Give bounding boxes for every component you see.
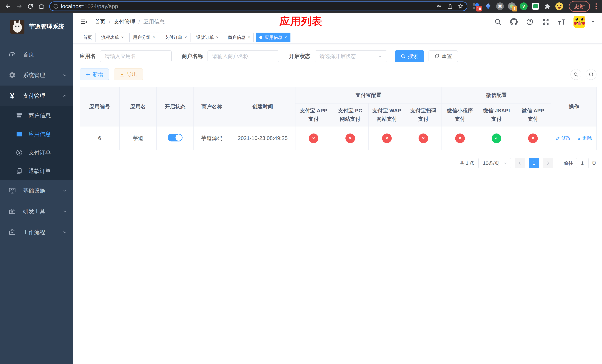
breadcrumb-payment[interactable]: 支付管理 bbox=[114, 18, 135, 26]
sidebar-item-workflow[interactable]: 工作流程 bbox=[0, 222, 73, 243]
tab-refund-order[interactable]: 退款订单× bbox=[193, 32, 222, 42]
app-logo[interactable]: 芋道管理系统 bbox=[0, 13, 73, 39]
help-icon[interactable] bbox=[526, 18, 534, 26]
chevron-left-icon bbox=[517, 161, 522, 166]
extension-tabs-icon[interactable]: 10 bbox=[472, 2, 480, 10]
col-wx-app: 微信 APP 支付 bbox=[515, 104, 551, 127]
sidebar-item-devtools[interactable]: 研发工具 bbox=[0, 201, 73, 222]
sidebar-item-app-info[interactable]: 应用信息 bbox=[0, 125, 73, 143]
col-alipay-app: 支付宝 APP 支付 bbox=[295, 104, 332, 127]
page-number-1[interactable]: 1 bbox=[529, 158, 539, 168]
close-icon[interactable]: × bbox=[285, 35, 287, 40]
table-row: 6 芋道 芋道源码 2021-10-23 08:49:25 bbox=[80, 127, 597, 150]
delete-link[interactable]: 删除 bbox=[577, 135, 592, 141]
extension-green-v-icon[interactable]: V bbox=[520, 2, 528, 10]
search-button[interactable]: 搜索 bbox=[395, 50, 424, 62]
site-info-icon[interactable] bbox=[53, 3, 59, 9]
next-page-button[interactable] bbox=[543, 158, 553, 168]
browser-forward-button[interactable] bbox=[14, 1, 24, 11]
tab-user-group[interactable]: 用户分组× bbox=[129, 32, 159, 42]
profile-avatar-icon[interactable] bbox=[555, 2, 563, 10]
close-icon[interactable]: × bbox=[184, 35, 187, 40]
password-key-icon[interactable] bbox=[436, 3, 442, 9]
extensions-puzzle-icon[interactable] bbox=[543, 2, 551, 10]
bookmark-star-icon[interactable] bbox=[458, 3, 463, 9]
extension-icons: 10 ⌘ 1 V bbox=[472, 2, 563, 10]
breadcrumb-home[interactable]: 首页 bbox=[95, 18, 106, 26]
merchant-name-label: 商户名称 bbox=[182, 53, 203, 60]
extension-chat-icon[interactable] bbox=[531, 2, 540, 10]
status-select[interactable]: 请选择开启状态 bbox=[315, 50, 387, 62]
sidebar-item-home[interactable]: 首页 bbox=[0, 44, 73, 65]
tab-process-form[interactable]: 流程表单× bbox=[98, 32, 127, 42]
fullscreen-icon[interactable] bbox=[542, 18, 550, 26]
goto-page-input[interactable] bbox=[576, 158, 589, 168]
address-bar[interactable]: localhost:1024/pay/app bbox=[49, 1, 467, 11]
table-toolbar: 新增 导出 bbox=[80, 68, 596, 80]
sidebar-item-refund-order[interactable]: 退款订单 bbox=[0, 162, 73, 180]
browser-home-button[interactable] bbox=[37, 1, 46, 11]
tab-merchant-info[interactable]: 商户信息× bbox=[224, 32, 254, 42]
reset-button[interactable]: 重置 bbox=[429, 50, 458, 62]
extension-badge-10: 10 bbox=[476, 6, 482, 11]
payment-submenu: 商户信息 应用信息 支付订单 bbox=[0, 106, 73, 180]
trash-icon bbox=[577, 136, 581, 140]
pay-circle-icon bbox=[16, 149, 23, 156]
sidebar-item-pay-order[interactable]: 支付订单 bbox=[0, 143, 73, 162]
close-icon[interactable]: × bbox=[248, 35, 250, 40]
extension-kite-icon[interactable] bbox=[484, 2, 492, 10]
pagination: 共 1 条 10条/页 1 前往 页 bbox=[80, 158, 596, 168]
sidebar-item-merchant-info[interactable]: 商户信息 bbox=[0, 106, 73, 125]
sidebar-item-system[interactable]: 系统管理 bbox=[0, 65, 73, 86]
sidebar-collapse-icon[interactable] bbox=[80, 18, 88, 26]
browser-back-button[interactable] bbox=[3, 1, 13, 11]
monitor-chart-icon bbox=[8, 187, 16, 195]
export-button[interactable]: 导出 bbox=[114, 68, 143, 80]
breadcrumb-current: 应用信息 bbox=[143, 18, 165, 26]
merchant-name-input[interactable] bbox=[207, 50, 279, 62]
filter-form: 应用名 商户名称 开启状态 请选择开启状态 搜索 重置 bbox=[80, 50, 596, 62]
search-icon bbox=[401, 54, 406, 59]
hide-search-button[interactable] bbox=[570, 69, 581, 80]
refresh-table-button[interactable] bbox=[586, 69, 596, 80]
font-size-icon[interactable] bbox=[558, 18, 566, 26]
prev-page-button[interactable] bbox=[515, 158, 525, 168]
close-icon[interactable]: × bbox=[216, 35, 219, 40]
extension-command-icon[interactable]: ⌘ bbox=[496, 2, 504, 10]
close-icon[interactable]: × bbox=[121, 35, 124, 40]
toolbox-icon bbox=[8, 228, 16, 236]
col-actions: 操作 bbox=[551, 87, 597, 127]
status-toggle[interactable] bbox=[168, 134, 183, 141]
add-button[interactable]: 新增 bbox=[80, 68, 109, 80]
col-alipay-qr: 支付宝扫码支付 bbox=[405, 104, 442, 127]
sidebar-item-payment[interactable]: ¥ 支付管理 bbox=[0, 86, 73, 106]
avatar-caret-icon[interactable] bbox=[591, 20, 595, 24]
breadcrumb-separator: / bbox=[139, 19, 140, 25]
logo-image bbox=[10, 20, 24, 34]
user-avatar[interactable] bbox=[573, 16, 585, 28]
search-icon[interactable] bbox=[494, 18, 502, 26]
close-icon[interactable]: × bbox=[153, 35, 155, 40]
home-icon bbox=[38, 3, 45, 10]
github-icon[interactable] bbox=[510, 18, 518, 26]
sidebar-item-infra[interactable]: 基础设施 bbox=[0, 180, 73, 201]
cell-app-id: 6 bbox=[80, 127, 119, 150]
tab-pay-order[interactable]: 支付订单× bbox=[161, 32, 191, 42]
app-name-input[interactable] bbox=[100, 50, 172, 62]
refresh-icon bbox=[589, 72, 594, 77]
annotation-title: 应用列表 bbox=[280, 14, 322, 29]
share-icon[interactable] bbox=[447, 3, 453, 9]
tab-app-info[interactable]: 应用信息× bbox=[256, 32, 290, 42]
status-label: 开启状态 bbox=[289, 53, 311, 60]
browser-menu-button[interactable] bbox=[594, 3, 599, 10]
page-size-select[interactable]: 10条/页 bbox=[478, 158, 511, 168]
toolbox-icon bbox=[8, 207, 16, 215]
edit-link[interactable]: 修改 bbox=[556, 135, 571, 141]
tab-home[interactable]: 首页 bbox=[80, 32, 96, 42]
sidebar: 芋道管理系统 首页 系统管理 ¥ 支付管理 bbox=[0, 13, 73, 364]
app-table: 应用编号 应用名 开启状态 商户名称 创建时间 支付宝配置 微信配置 操作 支付… bbox=[80, 87, 596, 150]
extension-recorder-icon[interactable]: 1 bbox=[508, 2, 516, 10]
search-icon bbox=[573, 72, 579, 77]
browser-reload-button[interactable] bbox=[26, 1, 35, 11]
browser-update-button[interactable]: 更新 bbox=[569, 1, 590, 12]
